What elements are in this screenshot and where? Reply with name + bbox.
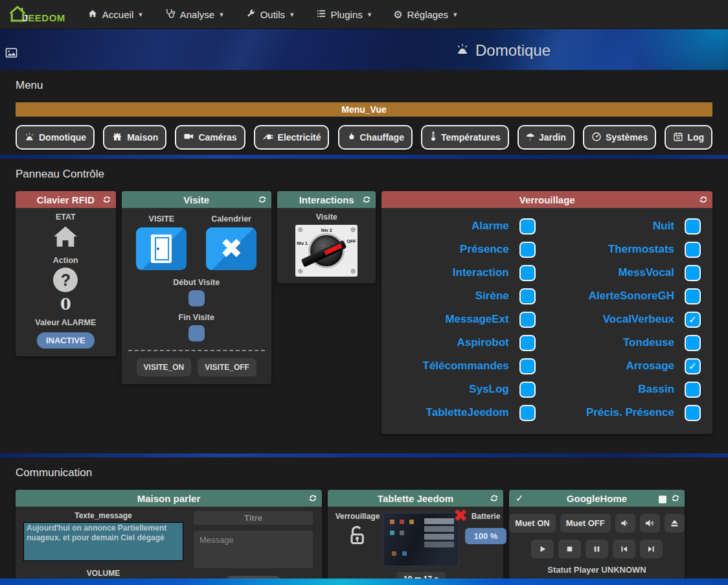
checkbox[interactable] [685,265,701,281]
widget-title: Clavier RFID [37,194,95,205]
widget-tablette-jeedom: Tablette Jeedom Verrouillage [328,490,503,579]
question-icon[interactable]: ? [53,268,78,292]
nav-item-analyse[interactable]: Analyse ▾ [165,8,223,21]
visite-on-button[interactable]: VISITE_ON [137,358,192,376]
widget-header: Tablette Jeedom [328,490,503,507]
play-button[interactable] [531,540,554,558]
message-textarea[interactable] [194,531,313,568]
view-button-label: Domotique [39,132,86,143]
lock-row: Sirène [381,288,547,304]
screw-icon: ⊕ [350,268,356,275]
checkbox[interactable] [685,335,701,351]
refresh-icon[interactable] [362,195,371,206]
view-button-label: Jardin [539,132,566,143]
stop-button[interactable] [558,540,581,558]
visite-tiles: VISITE Calendrier ✖ [122,208,271,270]
siren-icon [24,132,35,144]
battery-label: Batterie [460,512,512,521]
refresh-icon[interactable] [102,195,111,206]
lock-label: Thermostats [608,243,674,256]
menu-vue-banner: Menu_Vue [16,102,712,117]
view-button-jardin[interactable]: ☂ Jardin [518,125,574,150]
view-button-domotique[interactable]: Domotique [16,125,95,150]
view-button-label: Maison [127,132,158,143]
svg-text:31: 31 [676,136,680,140]
checkbox[interactable] [519,358,536,374]
checkbox[interactable] [685,242,701,258]
control-heading: Panneau Contrôle [16,159,712,181]
refresh-icon[interactable] [308,494,317,505]
fin-visite-button[interactable] [188,325,205,341]
muet-off-button[interactable]: Muet OFF [560,514,611,533]
lock-label: SysLog [469,383,508,396]
check-icon: ✓ [516,492,524,504]
checkbox[interactable] [519,242,536,258]
calendrier-label: Calendrier [206,214,256,224]
widget-visite: Visite VISITE Calendrier ✖ Début Visite … [122,191,271,384]
refresh-icon[interactable] [490,494,499,505]
widget-title: Visite [183,194,209,205]
nav-item-accueil[interactable]: Accueil ▾ [87,8,142,21]
view-button-electricite[interactable]: Electricité [254,125,330,150]
calendar-cancel-tile-button[interactable]: ✖ [206,227,256,270]
nav-item-outils[interactable]: Outils ▾ [245,8,294,21]
nav-item-plugins[interactable]: Plugins ▾ [316,8,372,21]
widget-header: Clavier RFID [16,191,116,208]
checkbox[interactable] [685,218,701,235]
checkbox[interactable] [685,358,701,374]
lock-row: MessVocal [547,264,712,281]
checkbox[interactable] [519,405,536,421]
widget-title: Maison parler [137,493,201,504]
texte-message-textarea[interactable]: Aujourd'hui on annonce Partiellement nua… [23,522,183,561]
checkbox[interactable] [519,218,536,235]
eject-button[interactable] [665,514,685,533]
previous-button[interactable] [613,540,635,558]
lock-label: Télécommandes [423,360,509,373]
refresh-icon[interactable] [699,195,708,206]
view-button-systemes[interactable]: Systèmes [583,125,656,150]
view-button-maison[interactable]: Maison [103,125,166,150]
lock-row: Télécommandes [381,358,547,374]
checkbox[interactable] [519,382,536,398]
debut-visite-button[interactable] [188,290,205,306]
view-button-temperatures[interactable]: Températures [421,125,509,150]
checkbox[interactable] [685,288,701,304]
door-tile-button[interactable] [136,227,187,270]
view-button-chauffage[interactable]: Chauffage [338,125,413,150]
lock-label: Tondeuse [623,336,674,349]
view-button-cameras[interactable]: Caméras [175,125,245,150]
rotary-switch[interactable]: ⊕ ⊕ ⊕ ⊕ Niv 1 Niv 2 OFF [295,225,358,277]
view-button-log[interactable]: 31 Log [665,125,712,150]
image-icon[interactable] [5,47,17,61]
chevron-down-icon: ▾ [220,10,223,19]
muet-on-button[interactable]: Muet ON [509,514,555,533]
jeedom-logo[interactable]: JEEDOM [8,5,65,23]
checkbox[interactable] [519,335,536,351]
volume-down-button[interactable] [615,514,635,533]
checkbox[interactable] [685,405,701,421]
widget-header: Interactions [277,191,376,208]
control-section: Panneau Contrôle Clavier RFID ETAT Actio… [0,159,728,453]
umbrella-icon: ☂ [526,132,535,143]
lock-label: Arrosage [626,360,674,373]
nav-label: Accueil [102,9,133,20]
next-button[interactable] [640,540,663,558]
volume-label: VOLUME [23,569,183,578]
battery-badge: 100 % [465,528,507,544]
pause-button[interactable] [586,540,608,558]
volume-up-button[interactable] [640,514,660,533]
checkbox[interactable] [519,288,536,304]
refresh-icon[interactable] [258,195,267,206]
visite-label: VISITE [136,214,187,224]
checkbox[interactable] [519,265,536,281]
lock-label: Interaction [453,266,509,279]
titre-input[interactable] [194,511,313,525]
nav-item-reglages[interactable]: ⚙ Réglages ▾ [393,8,457,21]
visite-off-button[interactable]: VISITE_OFF [198,358,256,376]
checkbox[interactable] [685,382,701,398]
alarm-status-button[interactable]: INACTIVE [37,332,95,349]
checkbox[interactable] [519,312,536,328]
checkbox[interactable] [685,312,701,328]
refresh-icon[interactable] [671,494,680,505]
unlock-icon[interactable] [333,525,382,551]
